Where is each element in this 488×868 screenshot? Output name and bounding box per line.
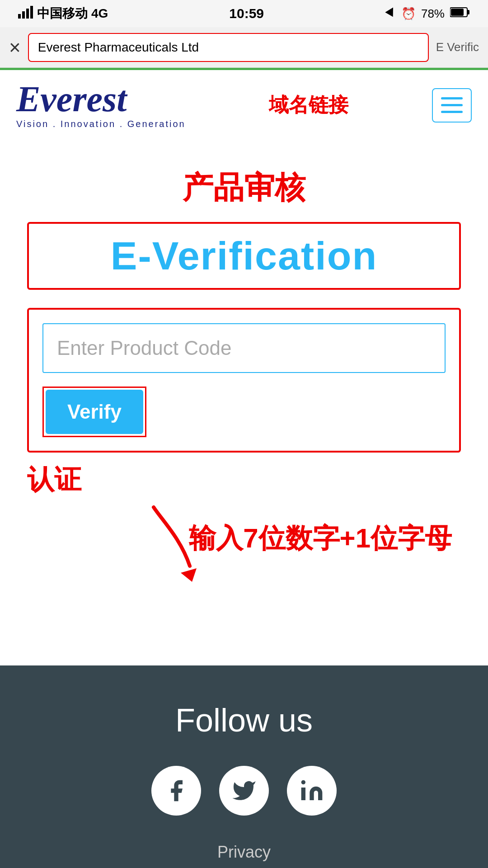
main-content: 产品审核 E-Verification Verify 认证 输入7位数字+1位字… — [0, 140, 488, 665]
svg-rect-5 — [467, 10, 469, 14]
verify-button-wrapper: Verify — [42, 387, 146, 437]
input-section: Verify — [27, 308, 461, 453]
svg-rect-2 — [26, 9, 29, 19]
domain-link-annotation: 域名链接 — [269, 92, 348, 118]
facebook-icon — [164, 778, 189, 803]
input-hint-annotation: 输入7位数字+1位字母 — [189, 521, 452, 556]
logo-tagline: Vision . Innovation . Generation — [16, 119, 186, 129]
logo-text: Everest — [16, 81, 186, 117]
svg-rect-3 — [30, 6, 33, 19]
e-verification-title: E-Verification — [111, 233, 377, 279]
signal-icon — [18, 6, 33, 22]
carrier-info: 中国移动 4G — [18, 5, 108, 22]
carrier-name: 中国移动 — [37, 5, 88, 22]
battery-icon — [450, 7, 470, 21]
svg-point-8 — [301, 780, 305, 784]
site-footer: Follow us Privacy Conditions — [0, 665, 488, 868]
browser-tab-label: E Verific — [436, 40, 479, 54]
network-type: 4G — [91, 6, 108, 21]
location-icon — [385, 6, 396, 22]
footer-links: Privacy Conditions — [206, 843, 282, 868]
hamburger-line-2 — [441, 104, 463, 106]
url-text: Everest Pharmaceuticals Ltd — [38, 40, 199, 55]
spacer — [27, 620, 461, 665]
linkedin-button[interactable] — [287, 766, 337, 816]
site-header: Everest Vision . Innovation . Generation… — [0, 70, 488, 140]
svg-rect-1 — [22, 11, 25, 19]
status-right: ⏰ 78% — [385, 6, 470, 22]
arrow-annotation-area: 输入7位数字+1位字母 — [27, 503, 461, 620]
renzheng-annotation: 认证 — [27, 462, 461, 498]
hamburger-line-3 — [441, 111, 463, 113]
battery-text: 78% — [421, 7, 445, 21]
verify-button[interactable]: Verify — [46, 390, 143, 434]
facebook-button[interactable] — [151, 766, 201, 816]
product-review-annotation: 产品审核 — [27, 167, 461, 208]
follow-us-title: Follow us — [175, 702, 313, 739]
svg-rect-6 — [451, 9, 464, 16]
hamburger-line-1 — [441, 97, 463, 99]
product-code-input[interactable] — [42, 323, 446, 373]
e-verification-container: E-Verification — [27, 222, 461, 290]
social-icons — [151, 766, 337, 816]
linkedin-icon — [299, 778, 324, 803]
alarm-icon: ⏰ — [401, 7, 416, 21]
status-time: 10:59 — [229, 6, 264, 21]
hamburger-menu-button[interactable] — [432, 88, 472, 123]
browser-close-button[interactable]: × — [9, 38, 21, 57]
privacy-link[interactable]: Privacy — [217, 843, 271, 862]
svg-marker-7 — [181, 568, 197, 582]
twitter-icon — [231, 778, 257, 803]
browser-bar: × Everest Pharmaceuticals Ltd E Verific — [0, 27, 488, 68]
twitter-button[interactable] — [219, 766, 269, 816]
conditions-link[interactable]: Conditions — [206, 865, 282, 868]
logo-area: Everest Vision . Innovation . Generation — [16, 81, 186, 129]
browser-url-field[interactable]: Everest Pharmaceuticals Ltd — [28, 33, 429, 62]
svg-rect-0 — [18, 14, 21, 19]
status-bar: 中国移动 4G 10:59 ⏰ 78% — [0, 0, 488, 27]
